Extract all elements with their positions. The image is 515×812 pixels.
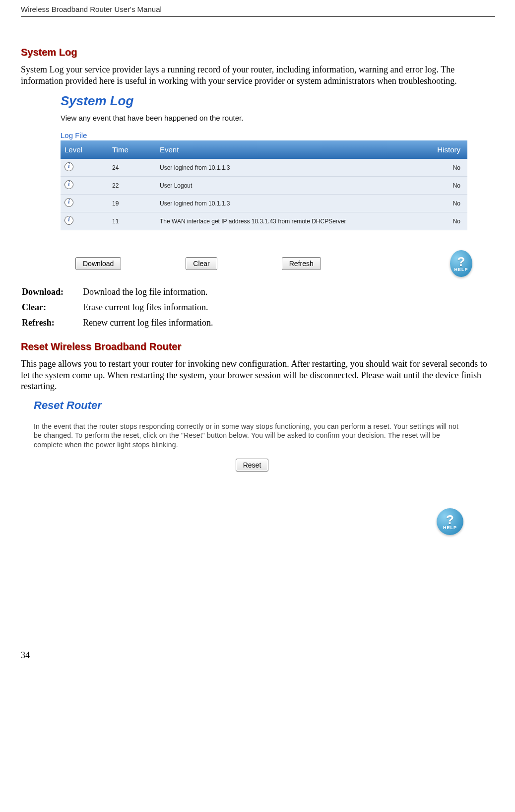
table-row: 24 User logined from 10.1.1.3 No [61,159,467,177]
help-icon[interactable]: ? HELP [437,508,463,535]
table-row: 22 User Logout No [61,177,467,195]
cell-history: No [417,212,467,230]
col-level: Level [61,140,108,159]
table-row: 19 User logined from 10.1.1.3 No [61,195,467,212]
info-icon [64,180,73,189]
col-history: History [417,140,467,159]
cell-event: User Logout [156,177,417,195]
def-refresh-value: Renew current log files information. [83,316,216,330]
section-heading-system-log: System Log [21,47,495,58]
system-log-intro-text: System Log your service provider lays a … [21,64,495,86]
cell-event: User logined from 10.1.1.3 [156,195,417,212]
cell-event: The WAN interface get IP address 10.3.1.… [156,212,417,230]
help-question-mark: ? [457,255,465,268]
help-icon[interactable]: ? HELP [450,250,472,277]
cell-time: 11 [108,212,156,230]
page-number: 34 [21,650,495,661]
download-button[interactable]: Download [75,257,121,270]
screenshot-subtitle: View any event that have been happened o… [61,114,472,122]
refresh-button[interactable]: Refresh [282,257,321,270]
clear-button[interactable]: Clear [186,257,217,270]
def-download-value: Download the log file information. [83,285,216,299]
reset-intro-text: This page allows you to restart your rou… [21,358,495,392]
def-download-key: Download: [22,285,82,299]
system-log-screenshot: System Log View any event that have been… [61,93,472,277]
info-icon [64,216,73,225]
def-refresh-key: Refresh: [22,316,82,330]
cell-time: 22 [108,177,156,195]
def-clear-value: Erase current log files information. [83,300,216,315]
col-event: Event [156,140,417,159]
document-header-title: Wireless Broadband Router User's Manual [21,5,495,17]
cell-time: 19 [108,195,156,212]
log-table: Level Time Event History 24 User logined… [61,140,467,230]
cell-history: No [417,177,467,195]
reset-screenshot-title: Reset Router [34,399,470,412]
log-file-label: Log File [61,131,472,139]
cell-time: 24 [108,159,156,177]
definitions-table: Download: Download the log file informat… [21,284,217,331]
cell-history: No [417,195,467,212]
reset-router-screenshot: Reset Router In the event that the route… [34,399,470,536]
info-icon [64,162,73,171]
help-label: HELP [443,525,457,530]
table-row: 11 The WAN interface get IP address 10.3… [61,212,467,230]
screenshot-title: System Log [61,93,472,109]
info-icon [64,198,73,207]
col-time: Time [108,140,156,159]
help-question-mark: ? [446,513,454,526]
cell-event: User logined from 10.1.1.3 [156,159,417,177]
section-heading-reset: Reset Wireless Broadband Router [21,341,495,352]
cell-history: No [417,159,467,177]
reset-button[interactable]: Reset [236,459,269,472]
help-label: HELP [454,267,468,272]
reset-screenshot-desc: In the event that the router stops respo… [34,422,465,450]
def-clear-key: Clear: [22,300,82,315]
